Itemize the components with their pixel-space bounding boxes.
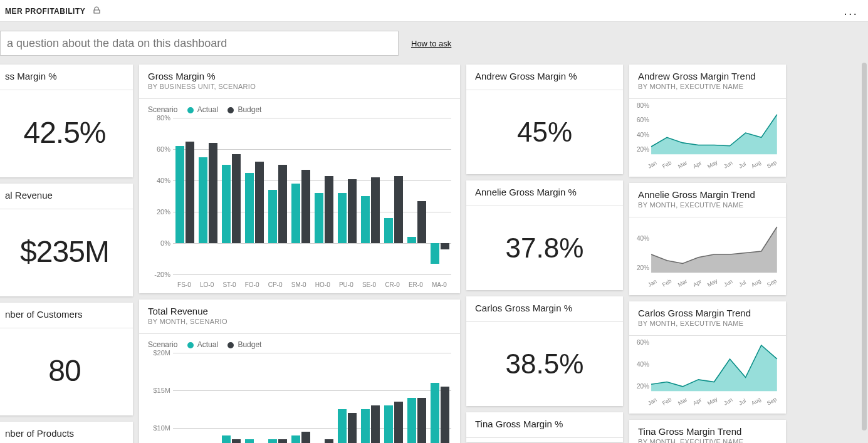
kpi-value: 45%	[466, 90, 623, 174]
tile-tina-trend[interactable]: Tina Gross Margin Trend BY MONTH, EXECUT…	[629, 420, 786, 443]
tile-title: Carlos Gross Margin %	[475, 303, 614, 313]
tile-title: Tina Gross Margin %	[475, 419, 614, 429]
tile-title: Andrew Gross Margin Trend	[638, 71, 777, 81]
tile-title: Gross Margin %	[148, 71, 451, 81]
how-to-ask-link[interactable]: How to ask	[411, 39, 451, 48]
tile-carlos-gm[interactable]: Carlos Gross Margin % 38.5%	[466, 296, 623, 406]
tile-title: Carlos Gross Margin Trend	[638, 308, 777, 318]
qna-input[interactable]	[0, 31, 399, 56]
tile-subtitle: BY MONTH, EXECUTIVE NAME	[638, 438, 777, 443]
top-bar: MER PROFITABILITY ...	[0, 0, 868, 22]
legend-item: Actual	[197, 340, 218, 349]
tile-annelie-gm[interactable]: Annelie Gross Margin % 37.8%	[466, 180, 623, 290]
dashboard: ss Margin % 42.5% al Revenue $235M nber …	[0, 65, 868, 443]
tile-carlos-trend[interactable]: Carlos Gross Margin Trend BY MONTH, EXEC…	[629, 301, 786, 414]
tile-title: Tina Gross Margin Trend	[638, 426, 777, 437]
legend-swatch-budget	[227, 342, 234, 348]
legend-item: Budget	[238, 340, 261, 349]
legend-label: Scenario	[148, 340, 177, 349]
legend-item: Actual	[197, 105, 218, 114]
kpi-value: 37.8%	[466, 206, 623, 290]
tile-gross-margin-by-bu[interactable]: Gross Margin % BY BUSINESS UNIT, SCENARI…	[139, 65, 460, 293]
kpi-value: 80	[0, 328, 133, 415]
legend: Scenario Actual Budget	[139, 334, 460, 353]
area-chart: 20%40%60%80%JanFebMarAprMayJunJulAugSep	[635, 103, 780, 172]
tile-title: Total Revenue	[148, 306, 451, 316]
tile-subtitle: BY MONTH, EXECUTIVE NAME	[638, 201, 777, 209]
area-chart: 20%40%JanFebMarAprMayJunJulAugSep	[635, 221, 780, 290]
scrollbar[interactable]	[862, 63, 867, 430]
kpi-value: $235M	[0, 209, 133, 296]
kpi-value: 38.5%	[466, 322, 623, 406]
tile-andrew-trend[interactable]: Andrew Gross Margin Trend BY MONTH, EXEC…	[629, 65, 786, 177]
tile-title: Annelie Gross Margin Trend	[638, 189, 777, 200]
qna-row: How to ask	[0, 22, 868, 65]
tile-title: nber of Products	[5, 428, 124, 439]
tile-total-revenue-by-month[interactable]: Total Revenue BY MONTH, SCENARIO Scenari…	[139, 300, 460, 443]
tile-annelie-trend[interactable]: Annelie Gross Margin Trend BY MONTH, EXE…	[629, 183, 786, 295]
tile-number-customers[interactable]: nber of Customers 80	[0, 303, 133, 415]
more-menu-button[interactable]: ...	[839, 4, 863, 18]
legend-item: Budget	[238, 105, 261, 114]
tile-gross-margin-pct[interactable]: ss Margin % 42.5%	[0, 65, 133, 177]
tile-title: Annelie Gross Margin %	[475, 187, 614, 197]
tile-subtitle: BY MONTH, SCENARIO	[148, 318, 451, 325]
tile-tina-gm[interactable]: Tina Gross Margin %	[466, 412, 623, 442]
tile-title: al Revenue	[5, 190, 124, 201]
legend: Scenario Actual Budget	[139, 99, 460, 118]
tile-subtitle: BY MONTH, EXECUTIVE NAME	[638, 320, 777, 327]
page-title: MER PROFITABILITY	[5, 7, 85, 16]
tile-andrew-gm[interactable]: Andrew Gross Margin % 45%	[466, 65, 623, 174]
legend-label: Scenario	[148, 105, 177, 114]
tile-total-revenue-kpi[interactable]: al Revenue $235M	[0, 184, 133, 296]
legend-swatch-actual	[187, 107, 194, 113]
tile-title: ss Margin %	[5, 71, 124, 81]
tile-subtitle: BY BUSINESS UNIT, SCENARIO	[148, 83, 451, 90]
tile-title: Andrew Gross Margin %	[475, 71, 614, 81]
legend-swatch-budget	[227, 107, 234, 113]
lock-icon	[93, 6, 100, 16]
tile-subtitle: BY MONTH, EXECUTIVE NAME	[638, 83, 777, 90]
bar-chart: $10M$15M$20MJanFebMarAprMayJunJulAugSepO…	[139, 353, 460, 443]
kpi-value: 42.5%	[0, 90, 133, 177]
bar-chart: -20%0%20%40%60%80%FS-0LO-0ST-0FO-0CP-0SM…	[139, 118, 460, 293]
tile-number-products[interactable]: nber of Products	[0, 422, 133, 443]
legend-swatch-actual	[187, 342, 194, 348]
tile-title: nber of Customers	[5, 309, 124, 320]
area-chart: 20%40%60%JanFebMarAprMayJunJulAugSep	[635, 340, 780, 409]
